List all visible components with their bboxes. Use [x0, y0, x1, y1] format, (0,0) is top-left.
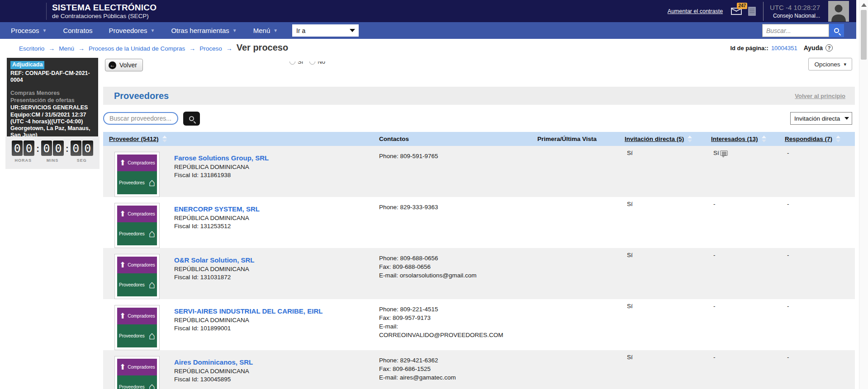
house-icon: ⌂	[149, 381, 156, 389]
main-nav: Procesos▼ContratosProveedores▼Otras herr…	[0, 22, 856, 39]
responded-cell: -	[785, 197, 855, 248]
providers-section-header: Proveedores Volver al principio	[103, 87, 855, 105]
scrollbar-thumb[interactable]	[861, 10, 867, 60]
provider-fiscal-id: Fiscal Id: 131861938	[174, 172, 269, 178]
first-last-view-cell	[509, 248, 625, 299]
provider-name-link[interactable]: SERVI-AIRES INDUSTRIAL DEL CARIBE, EIRL	[174, 307, 323, 315]
nav-item-proveedores[interactable]: Proveedores▼	[109, 27, 155, 34]
timer-group-mins: 00MINS	[41, 141, 64, 163]
sort-down-arrow-icon	[162, 140, 167, 142]
provider-name-link[interactable]: ENERCORP SYSTEM, SRL	[174, 205, 260, 213]
logo-proveedores-label: Proveedores	[119, 333, 145, 338]
table-row: ⬆CompradoresProveedores⌂ENERCORP SYSTEM,…	[103, 197, 855, 248]
column-header-invitaci-n-directa-5: Invitación directa (5)	[625, 136, 711, 142]
table-row: ⬆CompradoresProveedores⌂Farose Solutions…	[103, 146, 855, 197]
chevron-down-icon: ▼	[232, 28, 237, 33]
contact-line: E-mail: orsolarsolutions@gmail.com	[379, 272, 509, 280]
timer-label: MINS	[47, 158, 59, 163]
sort-icon[interactable]	[836, 136, 840, 142]
search-icon	[834, 28, 839, 33]
sort-icon[interactable]	[162, 136, 167, 142]
chevron-down-icon: ▼	[151, 28, 155, 33]
sort-icon[interactable]	[762, 136, 766, 142]
nav-item-procesos[interactable]: Procesos▼	[11, 27, 47, 34]
sort-down-arrow-icon	[836, 140, 840, 142]
breadcrumb-link-men[interactable]: Menú	[59, 45, 74, 52]
radio-yes[interactable]	[289, 61, 295, 65]
nav-item-label: Procesos	[11, 27, 39, 34]
provider-country: REPÚBLICA DOMINICANA	[174, 215, 260, 221]
document-icon[interactable]	[748, 7, 756, 16]
countdown-timer: 00HORAS:00MINS:00SEG	[5, 136, 100, 169]
first-last-view-cell	[509, 350, 625, 389]
scroll-up-arrow-icon[interactable]	[861, 3, 867, 7]
provider-name-link[interactable]: Farose Solutions Group, SRL	[174, 154, 269, 162]
contact-line: Phone: 809-591-9765	[379, 152, 509, 161]
secp-logo-icon	[6, 2, 41, 20]
increase-contrast-link[interactable]: Aumentar el contraste	[668, 8, 723, 14]
provider-country: REPÚBLICA DOMINICANA	[174, 368, 253, 375]
breadcrumb-link-proceso[interactable]: Proceso	[199, 45, 222, 52]
provider-search-button[interactable]	[183, 112, 200, 126]
breadcrumb-arrow-icon: →	[78, 45, 85, 52]
process-unit: UR:SERVICIOS GENERALES	[10, 104, 95, 111]
global-search-input[interactable]	[762, 24, 829, 37]
timer-label: HORAS	[15, 158, 32, 163]
breadcrumb-link-procesos-de-la-unidad-de-compras[interactable]: Procesos de la Unidad de Compras	[89, 45, 185, 52]
nav-item-contratos[interactable]: Contratos	[63, 27, 92, 34]
column-header-label[interactable]: Invitación directa (5)	[625, 136, 684, 142]
divider	[46, 3, 47, 20]
column-header-label[interactable]: Respondidas (7)	[785, 136, 832, 142]
provider-cell: ⬆CompradoresProveedores⌂O&R Solar Soluti…	[103, 248, 379, 299]
options-button[interactable]: Opciones ▾	[808, 58, 852, 70]
sort-icon[interactable]	[688, 136, 692, 142]
back-to-top-link[interactable]: Volver al principio	[795, 93, 845, 99]
first-last-view-cell	[509, 146, 625, 197]
back-button[interactable]: ← Volver	[105, 59, 143, 71]
process-phase: Presentación de ofertas	[10, 97, 95, 104]
nav-item-men[interactable]: Menú▼	[253, 27, 278, 34]
goto-select[interactable]: Ir a	[292, 24, 359, 37]
provider-name-link[interactable]: O&R Solar Solution, SRL	[174, 256, 255, 264]
column-header-label[interactable]: Interesados (13)	[711, 136, 758, 142]
first-last-view-cell	[509, 299, 625, 350]
house-icon: ⌂	[149, 177, 156, 188]
house-icon: ⌂	[149, 330, 156, 341]
interested-cell: -	[711, 350, 785, 389]
column-header-respondidas-7: Respondidas (7)	[785, 136, 855, 142]
contacts-cell: Phone: 809-221-4515Fax: 809-957-9173E-ma…	[379, 299, 509, 350]
nav-item-otras-herramientas[interactable]: Otras herramientas▼	[171, 27, 237, 34]
logo-proveedores-label: Proveedores	[119, 384, 145, 389]
help-icon[interactable]: ?	[825, 44, 833, 52]
breadcrumb-link-escritorio[interactable]: Escritorio	[19, 45, 44, 52]
provider-logo: ⬆CompradoresProveedores⌂	[114, 203, 160, 248]
chevron-down-icon: ▾	[844, 61, 846, 67]
timer-digit: 0	[24, 141, 34, 156]
direct-invitation-cell: Sí	[625, 350, 711, 389]
global-search-button[interactable]	[829, 24, 844, 37]
invitation-filter-value: Invitación directa	[794, 115, 840, 122]
table-row: ⬆CompradoresProveedores⌂Aires Dominicano…	[103, 350, 855, 389]
radio-no[interactable]	[309, 61, 315, 65]
column-header-label[interactable]: Proveedor (5412)	[109, 136, 159, 142]
avatar[interactable]	[828, 1, 849, 22]
timer-colon: :	[36, 144, 39, 154]
provider-logo: ⬆CompradoresProveedores⌂	[114, 305, 160, 350]
nav-item-label: Proveedores	[109, 27, 147, 34]
responded-cell: -	[785, 299, 855, 350]
column-header-label: Contactos	[379, 136, 409, 142]
contact-line: E-mail: CORREOINVALIDO@PROVEEDORES.COM	[379, 323, 509, 340]
provider-country: REPÚBLICA DOMINICANA	[174, 266, 255, 272]
provider-cell: ⬆CompradoresProveedores⌂Aires Dominicano…	[103, 350, 379, 389]
help-label[interactable]: Ayuda	[804, 44, 823, 52]
timer-digit: 0	[53, 141, 64, 156]
mail-icon[interactable]: 247	[731, 8, 742, 15]
comment-icon[interactable]	[720, 150, 728, 156]
logo-compradores-label: Compradores	[128, 314, 155, 319]
vertical-scrollbar[interactable]	[859, 0, 868, 389]
provider-search-input[interactable]	[103, 112, 178, 125]
breadcrumb-arrow-icon: →	[226, 45, 232, 52]
provider-name-link[interactable]: Aires Dominicanos, SRL	[174, 358, 253, 366]
invitation-filter-select[interactable]: Invitación directa	[790, 112, 852, 125]
app-subtitle: de Contrataciones Públicas (SECP)	[52, 13, 157, 19]
